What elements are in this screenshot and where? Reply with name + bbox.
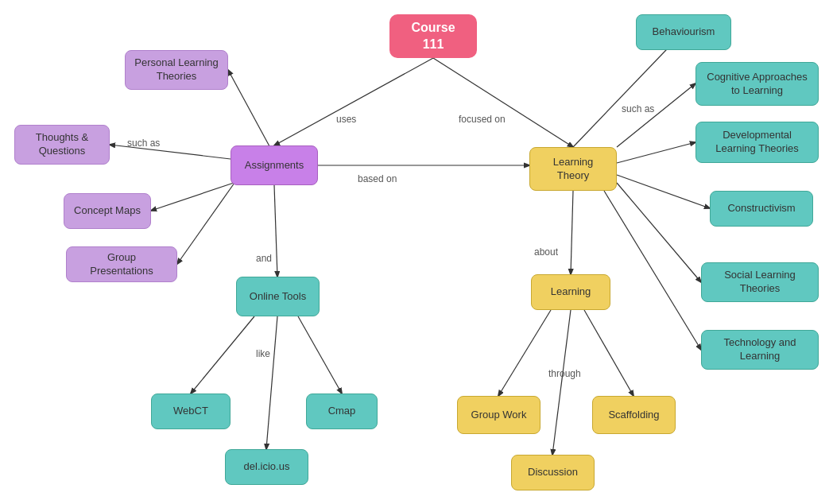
- svg-line-2: [228, 70, 274, 155]
- through-label: through: [548, 368, 581, 379]
- svg-line-0: [274, 58, 433, 145]
- group-presentations-node: Group Presentations: [66, 246, 177, 282]
- behaviourism-node: Behaviourism: [636, 14, 731, 50]
- svg-line-19: [584, 310, 633, 396]
- delicious-node: del.icio.us: [225, 449, 308, 485]
- assignments-node: Assignments: [231, 145, 318, 185]
- uses-label: uses: [336, 114, 356, 125]
- svg-line-13: [617, 142, 695, 163]
- scaffolding-node: Scaffolding: [592, 396, 676, 434]
- thoughts-questions-node: Thoughts & Questions: [14, 125, 110, 165]
- svg-line-18: [498, 310, 551, 396]
- svg-line-6: [274, 185, 277, 277]
- svg-line-8: [298, 316, 342, 394]
- svg-line-5: [177, 183, 234, 264]
- learning-node: Learning: [531, 274, 610, 310]
- svg-line-15: [617, 183, 701, 282]
- concept-maps-node: Concept Maps: [64, 193, 151, 229]
- constructivism-node: Constructivism: [710, 191, 813, 227]
- svg-line-17: [571, 191, 573, 274]
- social-learning-node: Social Learning Theories: [701, 262, 819, 302]
- such-as-learning-label: such as: [622, 103, 654, 114]
- personal-learning-node: Personal Learning Theories: [125, 50, 228, 90]
- discussion-node: Discussion: [511, 455, 595, 490]
- svg-line-4: [151, 181, 238, 211]
- developmental-learning-node: Developmental Learning Theories: [695, 122, 819, 163]
- like-label: like: [256, 348, 270, 359]
- svg-line-7: [191, 316, 254, 394]
- mind-map-diagram: Course 111 Personal Learning Theories Th…: [0, 0, 833, 504]
- technology-learning-node: Technology and Learning: [701, 330, 819, 370]
- webct-node: WebCT: [151, 394, 231, 429]
- based-on-label: based on: [358, 173, 397, 184]
- svg-line-14: [617, 175, 710, 208]
- svg-line-20: [552, 310, 571, 455]
- group-work-node: Group Work: [457, 396, 540, 434]
- and-label: and: [256, 253, 272, 264]
- svg-line-16: [604, 191, 701, 350]
- focused-on-label: focused on: [459, 114, 506, 125]
- cognitive-approaches-node: Cognitive Approaches to Learning: [695, 62, 819, 106]
- svg-line-12: [617, 83, 695, 147]
- svg-line-1: [433, 58, 573, 147]
- online-tools-node: Online Tools: [236, 277, 320, 316]
- learning-theory-node: Learning Theory: [529, 147, 617, 191]
- course-node: Course 111: [389, 14, 477, 58]
- such-as-assignments-label: such as: [127, 138, 160, 149]
- cmap-node: Cmap: [306, 394, 378, 429]
- about-label: about: [534, 246, 558, 258]
- svg-line-9: [266, 316, 277, 449]
